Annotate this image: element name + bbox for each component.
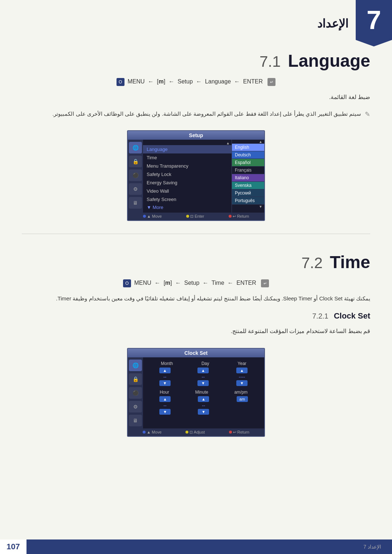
nav-path-language: O MENU ← [m] ← Setup ← Language ← ENTER …: [0, 74, 392, 90]
footer-left: 107: [0, 539, 26, 554]
clock-icon-globe: 🌐: [129, 360, 142, 371]
clock-footer-move: ▲ Move: [143, 430, 162, 435]
month-field: ▲ -- ▼: [159, 368, 171, 386]
menu-item-time[interactable]: Time: [143, 153, 232, 162]
lang-english[interactable]: English: [232, 144, 264, 151]
dot-return-2: [229, 431, 232, 434]
minute-value: --: [199, 403, 208, 408]
chapter-number-box: 7: [356, 0, 392, 40]
icon-clock: 🔒: [129, 156, 142, 167]
clock-icons: 🌐 🔒 ⚫ ⚙ 🖥: [128, 357, 143, 428]
clock-icon-display: 🖥: [129, 415, 142, 426]
clock-labels-row2: Hour Minute am/pm: [147, 390, 261, 395]
day-down-btn[interactable]: ▼: [197, 380, 209, 386]
lang-portugues[interactable]: Português: [232, 197, 264, 205]
clock-main: Month Day Year ▲ -- ▼ ▲ -- ▼: [143, 357, 264, 428]
minute-up-btn[interactable]: ▲: [198, 396, 209, 402]
year-down-btn[interactable]: ▼: [236, 380, 248, 386]
enter-icon-2: ↵: [261, 279, 269, 287]
setup-menu-items: ▲ Language Time Menu Transparency Safety…: [143, 140, 232, 213]
footer-page-number: 107: [0, 539, 26, 554]
setup-menu-icons: 🌐 🔒 ⚫ ⚙ 🖥: [128, 140, 143, 213]
clock-menu-footer: ▲ Move ⊡ Adjust ↩ Return: [128, 428, 264, 436]
time-note: يمكنك تهيئة Clock Set أو Sleep Timer. وي…: [0, 291, 392, 306]
day-field: ▲ -- ▼: [197, 368, 209, 386]
ampm-field: am: [237, 396, 248, 415]
setup-menu: Setup 🌐 🔒 ⚫ ⚙ 🖥 ▲ Language Time Menu Tra…: [127, 130, 265, 221]
chapter-number: 7: [367, 7, 381, 33]
lang-russian[interactable]: Русский: [232, 189, 264, 197]
page-footer: 107 الإعداد 7: [0, 539, 392, 554]
setup-menu-right: ▲ English Deutsch Español Français Itali…: [232, 140, 264, 213]
setup-menu-title: Setup: [128, 131, 264, 140]
clock-menu-screenshot: Clock Set 🌐 🔒 ⚫ ⚙ 🖥 Month Day Year: [0, 342, 392, 442]
icon-globe: 🌐: [129, 142, 142, 153]
label-year: Year: [238, 361, 246, 366]
clock-controls-row1: ▲ -- ▼ ▲ -- ▼ ▲ ---- ▼: [147, 368, 261, 386]
label-hour: Hour: [160, 390, 169, 395]
section-7-1-title: Language: [288, 51, 370, 71]
lang-francais[interactable]: Français: [232, 167, 264, 174]
year-value: ----: [236, 374, 248, 379]
footer-move-label: ▲ Move: [147, 214, 162, 218]
clock-footer-return: ↩ Return: [229, 430, 249, 435]
section-7-2-header: 7.2 Time: [0, 241, 392, 276]
year-field: ▲ ---- ▼: [236, 368, 248, 386]
clock-labels-row1: Month Day Year: [147, 361, 261, 366]
minute-down-btn[interactable]: ▼: [198, 409, 209, 415]
clock-footer-adjust-label: ⊡ Adjust: [189, 430, 205, 435]
section-7-2-title: Time: [330, 252, 370, 272]
dot-enter: [186, 215, 189, 218]
subsection-7-2-1-title: Clock Set: [334, 311, 370, 321]
menu-item-energy[interactable]: Energy Saving: [143, 178, 232, 187]
clock-set-desc: قم بضبط الساعة لاستخدام ميزات المؤقت الم…: [0, 324, 392, 339]
dot-move-2: [143, 431, 146, 434]
menu-icon: O: [117, 78, 124, 86]
menu-item-safety-screen[interactable]: Safety Screen: [143, 195, 232, 204]
language-note-box: ✎ سيتم تطبيق التغيير الذي يطرأ على إعداد…: [0, 107, 392, 121]
menu-item-video-wall[interactable]: Video Wall: [143, 187, 232, 195]
menu-item-safety-lock[interactable]: Safety Lock: [143, 170, 232, 178]
footer-enter-label: ⊡ Enter: [190, 214, 204, 219]
lang-svenska[interactable]: Svenska: [232, 182, 264, 189]
clock-footer-adjust: ⊡ Adjust: [185, 430, 205, 435]
nav-path-time: O MENU ← [m] ← Setup ← Time ← ENTER ↵: [0, 276, 392, 291]
subsection-7-2-1-number: 7.2.1: [312, 312, 328, 320]
minute-field: ▲ -- ▼: [198, 396, 209, 415]
clock-menu-title: Clock Set: [128, 349, 264, 357]
hour-value: --: [160, 403, 170, 408]
day-up-btn[interactable]: ▲: [197, 368, 209, 373]
year-up-btn[interactable]: ▲: [236, 368, 248, 373]
clock-controls-row2: ▲ -- ▼ ▲ -- ▼ am: [147, 396, 261, 415]
subsection-7-2-1-header: 7.2.1 Clock Set: [0, 306, 392, 324]
ampm-btn[interactable]: am: [237, 396, 248, 402]
hour-field: ▲ -- ▼: [159, 396, 171, 415]
menu-item-language[interactable]: Language: [143, 145, 232, 153]
footer-label: الإعداد 7: [363, 544, 381, 550]
lang-deutsch[interactable]: Deutsch: [232, 151, 264, 159]
label-day: Day: [201, 361, 209, 366]
menu-more[interactable]: ▼ More: [143, 204, 232, 211]
setup-menu-footer: ▲ Move ⊡ Enter ↩ Return: [128, 213, 264, 220]
menu-icon-2: O: [123, 279, 131, 287]
hour-up-btn[interactable]: ▲: [159, 396, 171, 402]
setup-menu-screenshot: Setup 🌐 🔒 ⚫ ⚙ 🖥 ▲ Language Time Menu Tra…: [0, 125, 392, 226]
section-7-1-header: 7.1 Language: [0, 40, 392, 74]
lang-espanol[interactable]: Español: [232, 159, 264, 167]
hour-down-btn[interactable]: ▼: [159, 409, 171, 415]
footer-move: ▲ Move: [143, 214, 162, 219]
enter-icon: ↵: [268, 78, 275, 86]
day-value: --: [199, 374, 208, 379]
label-month: Month: [161, 361, 173, 366]
clock-icon-lock: 🔒: [129, 373, 142, 385]
note-icon: ✎: [365, 110, 370, 118]
section-7-1-number: 7.1: [260, 53, 281, 70]
icon-gear: ⚙: [129, 183, 142, 195]
icon-lock: ⚫: [129, 169, 142, 181]
language-desc: ضبط لغة القائمة.: [0, 90, 392, 105]
month-up-btn[interactable]: ▲: [159, 368, 171, 373]
menu-item-transparency[interactable]: Menu Transparency: [143, 162, 232, 170]
divider-1: [22, 234, 370, 234]
lang-italiano[interactable]: Italiano: [232, 174, 264, 182]
month-down-btn[interactable]: ▼: [159, 380, 171, 386]
